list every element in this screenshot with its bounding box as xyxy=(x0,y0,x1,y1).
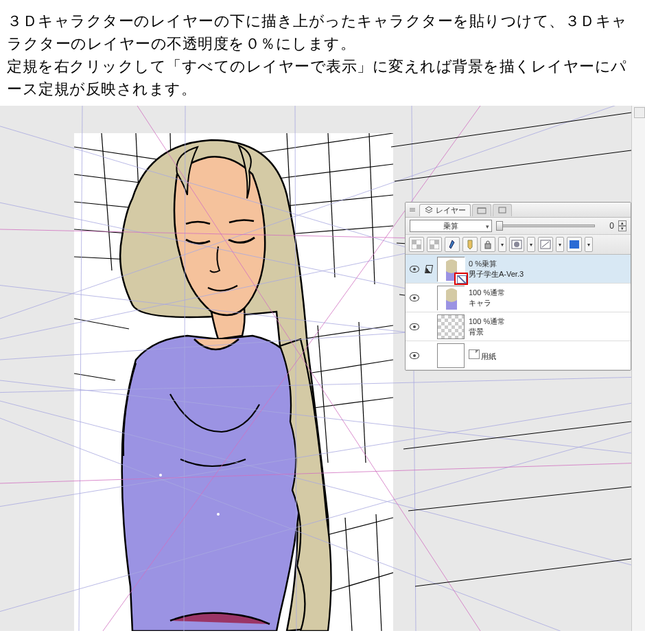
svg-rect-59 xyxy=(412,240,417,244)
ruler-badge-icon xyxy=(454,273,468,285)
ruler-icon xyxy=(540,240,551,249)
panel-tab-bar: レイヤー xyxy=(406,203,631,218)
tool-color[interactable] xyxy=(567,237,582,252)
blend-mode-value: 乗算 xyxy=(443,222,458,230)
tool-ruler[interactable] xyxy=(538,237,553,252)
svg-line-54 xyxy=(415,559,631,586)
svg-line-38 xyxy=(0,401,645,586)
layer-thumbnail[interactable] xyxy=(437,314,465,339)
chevron-down-icon: ▾ xyxy=(559,242,561,248)
chevron-down-icon: ▾ xyxy=(501,242,504,248)
layer-row[interactable]: 100 %通常キャラ xyxy=(406,284,631,312)
layer-thumbnail[interactable] xyxy=(437,257,465,281)
svg-rect-64 xyxy=(485,244,491,249)
opacity-value: 0 xyxy=(599,221,614,231)
svg-line-53 xyxy=(408,487,631,511)
spinner-up-icon[interactable]: ▴ xyxy=(618,220,626,226)
eye-icon xyxy=(410,266,419,273)
svg-line-39 xyxy=(0,418,645,631)
tool-pen[interactable] xyxy=(445,237,460,252)
panel-grip-icon[interactable] xyxy=(408,208,417,211)
tool-lock[interactable] xyxy=(480,237,495,252)
tool-pencil[interactable] xyxy=(462,237,478,252)
tool-checker1[interactable] xyxy=(409,237,424,252)
canvas-workspace[interactable]: レイヤー 乗算 0 ▴ ▾ xyxy=(0,106,645,631)
color-icon xyxy=(569,240,580,249)
layer-row[interactable]: 0 %乗算男子学生A-Ver.3 xyxy=(406,255,631,284)
chevron-down-icon: ▾ xyxy=(587,242,590,248)
svg-rect-63 xyxy=(430,244,434,249)
svg-line-41 xyxy=(184,106,185,631)
svg-line-32 xyxy=(0,401,645,518)
layer-label: 0 %乗算男子学生A-Ver.3 xyxy=(467,259,628,279)
layers-icon xyxy=(424,206,434,214)
svg-rect-57 xyxy=(499,207,506,213)
pen-icon xyxy=(425,265,433,273)
lock-icon xyxy=(484,240,492,249)
layer-row[interactable]: 100 %通常背景 xyxy=(406,312,631,341)
layer-tool-row: ▾ ▾ ▾ ▾ xyxy=(406,235,631,255)
spinner-down-icon[interactable]: ▾ xyxy=(618,226,626,231)
blend-mode-select[interactable]: 乗算 xyxy=(410,220,492,232)
tool-color-arrow[interactable]: ▾ xyxy=(585,237,593,252)
visibility-toggle[interactable] xyxy=(408,295,421,301)
layer-label: 用紙 xyxy=(467,349,628,361)
svg-line-52 xyxy=(403,422,631,449)
layer-label: 100 %通常キャラ xyxy=(467,288,628,308)
chevron-down-icon: ▾ xyxy=(530,242,532,248)
layer-thumbnail[interactable] xyxy=(437,343,465,368)
opacity-spinner[interactable]: ▴ ▾ xyxy=(618,220,626,231)
pen-icon xyxy=(448,240,456,249)
svg-line-45 xyxy=(0,463,645,483)
edit-indicator xyxy=(423,265,434,273)
svg-line-37 xyxy=(0,380,645,463)
panel-tab-2[interactable] xyxy=(472,204,491,216)
eye-icon xyxy=(410,295,419,301)
eye-icon xyxy=(410,352,419,359)
checker-icon xyxy=(412,240,421,249)
clapper-icon xyxy=(477,206,486,214)
layer-tab-label: レイヤー xyxy=(436,205,466,216)
history-icon xyxy=(497,206,507,214)
tool-checker2[interactable] xyxy=(427,237,442,252)
instruction-text: ３Ｄキャラクターのレイヤーの下に描き上がったキャラクターを貼りつけて、３Ｄキャラ… xyxy=(0,0,645,106)
svg-rect-55 xyxy=(478,208,486,214)
tool-mask-arrow[interactable]: ▾ xyxy=(527,237,535,252)
layer-tab[interactable]: レイヤー xyxy=(419,204,471,216)
svg-rect-69 xyxy=(570,240,579,249)
tool-lock-arrow[interactable]: ▾ xyxy=(498,237,506,252)
eye-icon xyxy=(410,323,419,330)
visibility-toggle[interactable] xyxy=(408,266,421,273)
svg-line-49 xyxy=(395,150,631,181)
svg-point-66 xyxy=(514,242,519,247)
opacity-slider[interactable] xyxy=(496,221,595,231)
svg-line-40 xyxy=(79,106,82,631)
visibility-toggle[interactable] xyxy=(408,323,421,330)
visibility-toggle[interactable] xyxy=(408,352,421,359)
svg-rect-62 xyxy=(434,240,439,244)
layer-label: 100 %通常背景 xyxy=(467,317,628,336)
tool-ruler-arrow[interactable]: ▾ xyxy=(556,237,564,252)
pencil-icon xyxy=(466,240,474,249)
layer-thumbnail[interactable] xyxy=(437,286,465,310)
checker2-icon xyxy=(430,240,439,249)
svg-line-33 xyxy=(0,428,645,631)
layer-list[interactable]: 0 %乗算男子学生A-Ver.3100 %通常キャラ100 %通常背景用紙 xyxy=(406,255,631,370)
page-icon xyxy=(469,349,480,359)
layer-panel[interactable]: レイヤー 乗算 0 ▴ ▾ xyxy=(405,202,631,371)
blend-opacity-row: 乗算 0 ▴ ▾ xyxy=(406,218,631,235)
svg-rect-60 xyxy=(417,244,421,249)
layer-row[interactable]: 用紙 xyxy=(406,341,631,370)
svg-line-42 xyxy=(295,106,296,631)
mask-icon xyxy=(511,240,522,249)
vertical-scrollbar[interactable] xyxy=(631,106,645,631)
tool-mask[interactable] xyxy=(509,237,524,252)
panel-tab-3[interactable] xyxy=(493,204,512,216)
